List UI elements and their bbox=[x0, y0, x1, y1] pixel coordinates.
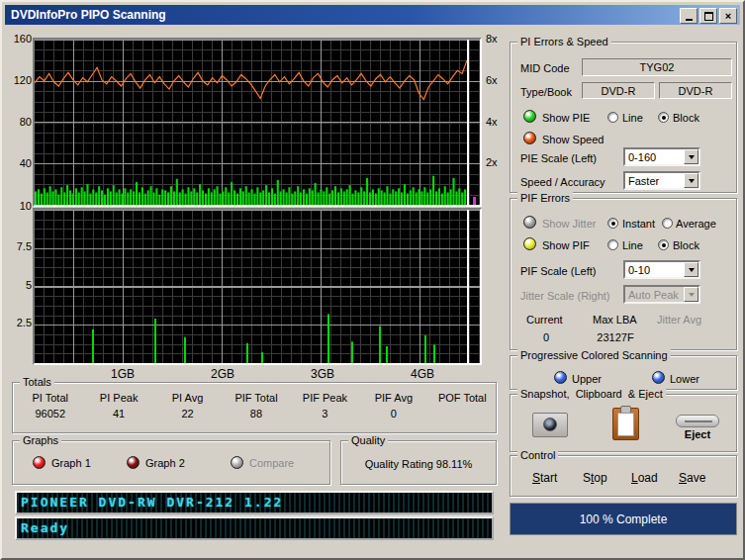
jitter-avg-label: Jitter Avg bbox=[657, 314, 701, 326]
totals-value bbox=[428, 408, 497, 420]
show-jitter-led-button[interactable] bbox=[523, 216, 536, 229]
stop-button[interactable]: Stop bbox=[583, 471, 607, 485]
drive-slot-icon bbox=[685, 420, 712, 422]
y-tick: 40 bbox=[6, 157, 32, 169]
lower-led-button[interactable] bbox=[652, 371, 665, 384]
pif-block-label: Block bbox=[673, 239, 699, 251]
x-tick: 4GB bbox=[403, 367, 442, 381]
compare-led-button[interactable] bbox=[231, 456, 243, 469]
show-speed-led-button[interactable] bbox=[523, 132, 536, 144]
snapshot-title: Snapshot, Clipboard & Eject bbox=[517, 388, 666, 400]
totals-header: PIF Peak bbox=[291, 392, 359, 404]
chevron-down-icon[interactable] bbox=[684, 173, 698, 188]
totals-value: 0 bbox=[359, 408, 427, 420]
speed-accuracy-label: Speed / Accuracy bbox=[520, 176, 605, 188]
totals-value: 88 bbox=[222, 408, 290, 420]
y-tick-speed: 6x bbox=[486, 74, 498, 86]
y-tick-speed: 2x bbox=[486, 156, 498, 168]
status-lcd: Ready bbox=[15, 516, 494, 540]
progress-bar: 100 % Complete bbox=[510, 503, 737, 535]
save-button[interactable]: Save bbox=[679, 471, 705, 485]
jitter-average-radio[interactable] bbox=[662, 218, 673, 229]
jitter-scale-label: Jitter Scale (Right) bbox=[520, 290, 609, 302]
show-pie-label: Show PIE bbox=[542, 112, 590, 124]
totals-value: 3 bbox=[291, 408, 359, 420]
totals-title: Totals bbox=[20, 376, 54, 388]
totals-value: 22 bbox=[153, 408, 222, 420]
maximize-button[interactable] bbox=[699, 8, 717, 24]
upper-led-button[interactable] bbox=[554, 371, 567, 384]
chevron-down-icon[interactable] bbox=[684, 149, 698, 164]
chevron-down-icon bbox=[684, 287, 698, 302]
jitter-average-label: Average bbox=[676, 218, 716, 230]
y-tick-speed: 4x bbox=[486, 116, 498, 128]
pif-block-radio[interactable] bbox=[658, 239, 669, 250]
y-tick: 7.5 bbox=[6, 240, 32, 252]
chevron-down-icon[interactable] bbox=[684, 262, 698, 277]
speed-accuracy-dropdown[interactable]: Faster bbox=[623, 171, 700, 190]
camera-lens-icon bbox=[543, 418, 557, 431]
pif-scale-dropdown[interactable]: 0-10 bbox=[623, 260, 700, 279]
minimize-icon bbox=[686, 19, 693, 21]
close-icon: × bbox=[725, 11, 731, 21]
pie-scale-label: PIE Scale (Left) bbox=[520, 152, 597, 164]
app-window: DVDInfoPro PIPO Scanning × 160 120 80 40… bbox=[0, 0, 745, 560]
control-title: Control bbox=[517, 449, 558, 461]
pif-scale-label: PIF Scale (Left) bbox=[520, 265, 596, 277]
pi-group-title: PI Errors & Speed bbox=[517, 36, 611, 47]
y-tick: 10 bbox=[6, 200, 32, 212]
pie-line-radio[interactable] bbox=[607, 112, 618, 123]
quality-group: Quality Quality Rating 98.11% bbox=[340, 440, 497, 485]
totals-header: PI Avg bbox=[153, 392, 222, 404]
load-button[interactable]: Load bbox=[631, 471, 658, 485]
minimize-button[interactable] bbox=[680, 8, 698, 24]
totals-header: PI Peak bbox=[84, 392, 152, 404]
graph2-led-button[interactable] bbox=[127, 456, 140, 469]
close-button[interactable]: × bbox=[719, 8, 737, 24]
snapshot-camera-icon[interactable] bbox=[532, 413, 568, 437]
y-tick: 5 bbox=[6, 279, 32, 291]
jitter-scale-dropdown: Auto Peak bbox=[623, 285, 700, 304]
show-pie-led-button[interactable] bbox=[523, 110, 536, 123]
y-tick: 160 bbox=[6, 33, 32, 45]
pie-scale-dropdown[interactable]: 0-160 bbox=[623, 147, 700, 166]
mid-code-label: MID Code bbox=[520, 62, 570, 74]
upper-label: Upper bbox=[572, 373, 602, 385]
lower-label: Lower bbox=[670, 373, 699, 385]
y-tick: 2.5 bbox=[6, 317, 32, 328]
pie-block-radio[interactable] bbox=[658, 112, 669, 123]
drive-info-lcd: PIONEER DVD-RW DVR-212 1.22 bbox=[15, 491, 494, 514]
titlebar: DVDInfoPro PIPO Scanning × bbox=[5, 5, 740, 25]
current-value: 0 bbox=[526, 331, 566, 343]
show-jitter-label: Show Jitter bbox=[542, 218, 596, 230]
show-pif-led-button[interactable] bbox=[523, 237, 536, 250]
graph1-led-button[interactable] bbox=[33, 456, 46, 469]
jitter-instant-radio[interactable] bbox=[607, 218, 618, 229]
clipboard-icon[interactable] bbox=[612, 408, 639, 440]
jitter-instant-label: Instant bbox=[622, 218, 655, 230]
max-lba-value: 23127F bbox=[588, 331, 643, 343]
pif-line-radio[interactable] bbox=[607, 239, 618, 250]
compare-label: Compare bbox=[249, 457, 294, 469]
pie-line-label: Line bbox=[622, 112, 643, 124]
totals-table: PI Total PI Peak PI Avg PIF Total PIF Pe… bbox=[16, 392, 497, 420]
x-tick: 2GB bbox=[203, 367, 242, 381]
y-tick: 80 bbox=[6, 116, 32, 128]
progressive-title: Progressive Colored Scanning bbox=[517, 349, 671, 361]
book-field: DVD-R bbox=[659, 82, 732, 99]
y-tick: 120 bbox=[6, 74, 32, 86]
quality-title: Quality bbox=[348, 434, 388, 446]
graph1-label: Graph 1 bbox=[51, 457, 91, 469]
eject-drive-icon[interactable] bbox=[676, 415, 719, 427]
x-tick: 1GB bbox=[103, 367, 142, 381]
totals-value: 96052 bbox=[16, 408, 84, 420]
start-button[interactable]: Start bbox=[532, 471, 557, 485]
graph2-label: Graph 2 bbox=[145, 457, 185, 469]
y-tick-speed: 8x bbox=[486, 33, 498, 45]
type-field: DVD-R bbox=[582, 82, 655, 99]
totals-header: POF Total bbox=[428, 392, 497, 404]
x-tick: 3GB bbox=[303, 367, 342, 381]
totals-header: PIF Avg bbox=[359, 392, 427, 404]
pif-group-title: PIF Errors bbox=[517, 192, 573, 204]
mid-code-field: TYG02 bbox=[582, 58, 732, 76]
